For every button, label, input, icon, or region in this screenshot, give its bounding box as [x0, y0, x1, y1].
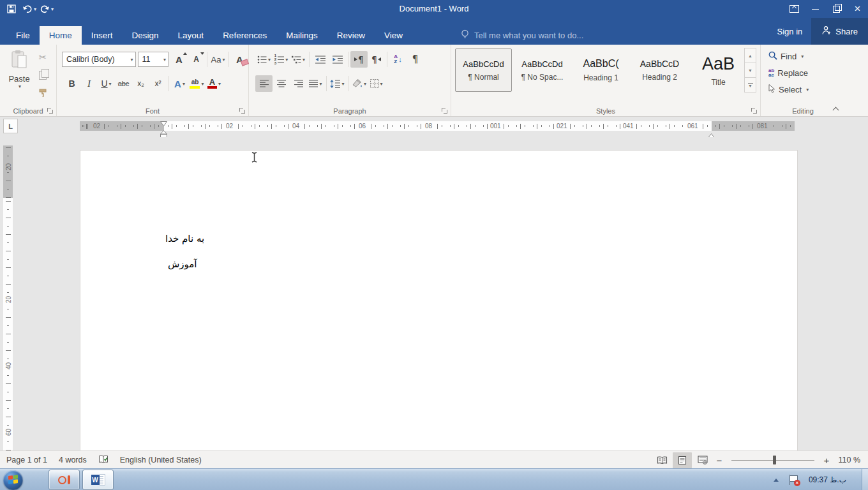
collapse-ribbon-icon[interactable] — [832, 106, 840, 112]
zoom-level[interactable]: 110 % — [834, 456, 860, 464]
highlight-dropdown-icon[interactable]: ▾ — [201, 81, 204, 87]
find-dropdown-icon[interactable]: ▾ — [801, 54, 804, 59]
increase-indent-button[interactable] — [329, 51, 346, 68]
font-name-dropdown-icon[interactable]: ▾ — [128, 57, 133, 63]
change-case-button[interactable]: Aa▾ — [209, 51, 227, 68]
ribbon-display-options-icon[interactable] — [784, 0, 805, 18]
sign-in-link[interactable]: Sign in — [768, 27, 812, 36]
font-dialog-launcher-icon[interactable] — [239, 107, 246, 114]
paste-button[interactable]: Paste ▾ — [5, 50, 33, 106]
line-spacing-button[interactable]: ▾ — [329, 75, 346, 92]
replace-button[interactable]: abac Replace — [761, 65, 845, 80]
italic-button[interactable]: I — [80, 75, 98, 92]
ltr-text-direction-button[interactable]: ¶ — [350, 51, 368, 68]
select-dropdown-icon[interactable]: ▾ — [806, 87, 809, 93]
zoom-out-icon[interactable]: − — [714, 455, 725, 466]
text-effects-button[interactable]: A▾ — [171, 75, 188, 92]
highlight-color-button[interactable]: ab ▾ — [188, 75, 206, 92]
tell-me-box[interactable]: Tell me what you want to do... — [461, 26, 583, 45]
underline-button[interactable]: U▾ — [98, 75, 115, 92]
zoom-in-icon[interactable]: + — [821, 455, 832, 466]
show-hide-pilcrow-button[interactable]: ¶ — [407, 51, 424, 68]
first-line-indent-marker[interactable] — [160, 117, 167, 129]
align-center-button[interactable] — [273, 75, 290, 92]
shrink-font-button[interactable]: A — [188, 51, 205, 68]
subscript-button[interactable]: x₂ — [132, 75, 149, 92]
style-no-spacing[interactable]: AaBbCcDd ¶ No Spac... — [514, 48, 571, 92]
save-icon[interactable] — [4, 1, 19, 17]
styles-more-icon[interactable]: ▼ — [744, 77, 756, 93]
page-indicator[interactable]: Page 1 of 1 — [0, 451, 53, 469]
font-size-dropdown-icon[interactable]: ▾ — [161, 57, 166, 63]
taskbar-clock[interactable]: 09:37 ب.ظ — [809, 475, 846, 484]
customize-qat-icon[interactable]: ▾ — [51, 6, 54, 12]
tab-references[interactable]: References — [213, 26, 276, 45]
tab-insert[interactable]: Insert — [82, 26, 123, 45]
document-text-line-1[interactable]: به نام خدا — [165, 233, 204, 244]
copy-icon[interactable] — [34, 68, 51, 83]
tab-home[interactable]: Home — [40, 26, 82, 45]
justify-button[interactable]: ▾ — [307, 75, 324, 92]
font-name-combobox[interactable]: Calibri (Body) ▾ — [62, 52, 136, 67]
tab-stop-selector[interactable]: L — [3, 119, 18, 133]
style-heading-1[interactable]: AaBbC( Heading 1 — [572, 48, 629, 92]
font-size-combobox[interactable]: 11 ▾ — [138, 52, 168, 67]
bold-button[interactable]: B — [63, 75, 80, 92]
style-title[interactable]: AaB Title — [690, 48, 747, 92]
rtl-text-direction-button[interactable]: ¶ — [368, 51, 385, 68]
multilevel-list-button[interactable]: ▾ — [290, 51, 307, 68]
align-right-button[interactable] — [290, 75, 307, 92]
clear-formatting-button[interactable]: A — [231, 51, 248, 68]
style-normal[interactable]: AaBbCcDd ¶ Normal — [455, 48, 512, 92]
document-text-line-2[interactable]: آموزش — [168, 258, 197, 270]
tab-review[interactable]: Review — [327, 26, 375, 45]
vertical-ruler[interactable]: 20 20 40 60 — [3, 145, 13, 450]
paragraph-dialog-launcher-icon[interactable] — [441, 107, 448, 114]
undo-dropdown-icon[interactable]: ▾ — [34, 6, 36, 12]
taskbar-app-button-1[interactable] — [49, 470, 80, 490]
document-page[interactable]: به نام خدا آموزش — [80, 150, 798, 450]
redo-icon[interactable] — [37, 1, 52, 17]
underline-dropdown-icon[interactable]: ▾ — [109, 81, 112, 87]
cut-icon[interactable]: ✂ — [34, 50, 51, 65]
font-color-dropdown-icon[interactable]: ▾ — [218, 81, 221, 87]
proofing-status[interactable] — [93, 451, 114, 469]
taskbar-word-button[interactable]: W — [82, 470, 114, 490]
styles-scroll-down-icon[interactable]: ▼ — [744, 63, 756, 78]
undo-icon[interactable] — [20, 1, 35, 17]
shading-button[interactable]: ▾ — [350, 75, 368, 92]
bullets-button[interactable]: ▾ — [255, 51, 273, 68]
styles-scroll-up-icon[interactable]: ▲ — [744, 48, 756, 63]
style-heading-2[interactable]: AaBbCcD Heading 2 — [631, 48, 688, 92]
restore-icon[interactable] — [826, 0, 847, 18]
tab-view[interactable]: View — [375, 26, 412, 45]
tab-file[interactable]: File — [6, 26, 40, 45]
show-hidden-icons-icon[interactable] — [774, 479, 779, 482]
styles-dialog-launcher-icon[interactable] — [751, 107, 758, 114]
show-desktop-button[interactable] — [862, 469, 868, 490]
strikethrough-button[interactable]: abc — [115, 75, 132, 92]
find-button[interactable]: Find ▾ — [761, 48, 845, 64]
close-icon[interactable]: × — [847, 0, 868, 18]
zoom-slider-handle[interactable] — [773, 456, 776, 464]
paste-dropdown-icon[interactable]: ▾ — [19, 84, 21, 89]
align-left-button[interactable] — [255, 75, 273, 92]
clipboard-dialog-launcher-icon[interactable] — [47, 107, 54, 114]
select-button[interactable]: Select ▾ — [761, 82, 845, 97]
sort-button[interactable]: AZ↓ — [389, 51, 407, 68]
print-layout-icon[interactable] — [673, 452, 692, 468]
tab-layout[interactable]: Layout — [168, 26, 214, 45]
tab-mailings[interactable]: Mailings — [276, 26, 327, 45]
grow-font-button[interactable]: A — [170, 51, 188, 68]
font-color-button[interactable]: A ▾ — [206, 75, 223, 92]
share-button[interactable]: Share — [811, 18, 868, 45]
borders-button[interactable]: ▾ — [368, 75, 385, 92]
format-painter-icon[interactable] — [34, 85, 51, 101]
start-button[interactable] — [3, 470, 23, 490]
zoom-slider[interactable] — [731, 456, 814, 464]
minimize-icon[interactable] — [805, 0, 826, 18]
tab-design[interactable]: Design — [123, 26, 168, 45]
superscript-button[interactable]: x² — [149, 75, 167, 92]
horizontal-ruler[interactable]: 02 02 04 06 08 001 021 041 061 081 — [80, 121, 795, 131]
decrease-indent-button[interactable] — [311, 51, 329, 68]
